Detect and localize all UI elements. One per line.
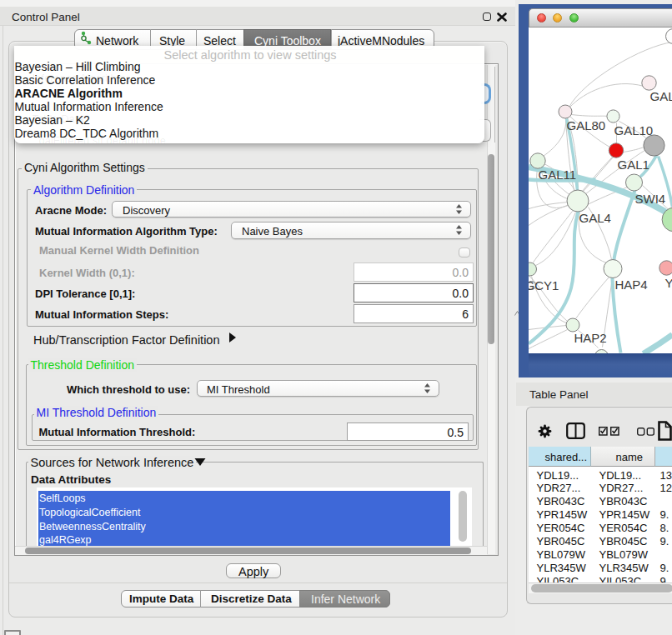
svg-text:GAL7: GAL7 <box>649 88 672 102</box>
svg-text:YJ: YJ <box>664 276 672 290</box>
svg-text:HAP4: HAP4 <box>614 278 647 292</box>
svg-text:GAL10: GAL10 <box>614 122 653 137</box>
svg-text:GCY1: GCY1 <box>529 278 559 292</box>
svg-text:HAP2: HAP2 <box>574 331 606 345</box>
svg-text:SWI4: SWI4 <box>634 192 665 206</box>
svg-text:GAL1: GAL1 <box>617 157 649 171</box>
svg-text:GAL4: GAL4 <box>579 211 610 225</box>
svg-text:GAL11: GAL11 <box>538 167 576 181</box>
svg-text:GAL80: GAL80 <box>566 118 605 132</box>
